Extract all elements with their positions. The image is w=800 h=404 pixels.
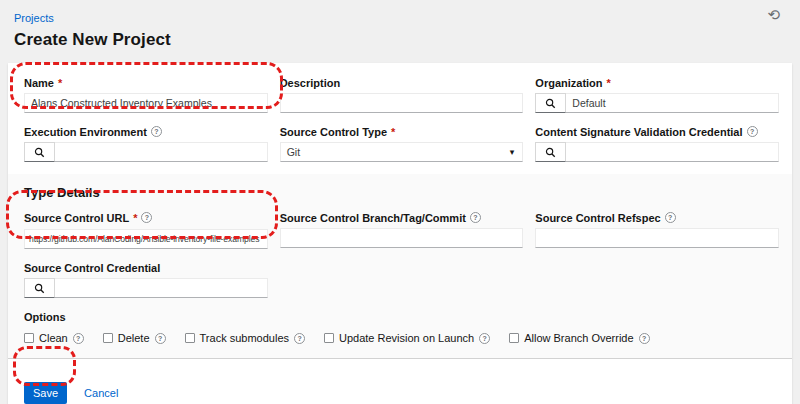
options-heading: Options [24,311,779,323]
source-control-url-label: Source Control URL [24,212,129,224]
options-row: Clean ? Delete ? Track submodules ? [24,332,779,346]
save-button[interactable]: Save [24,382,67,404]
organization-input[interactable] [566,93,779,113]
source-control-credential-input[interactable] [55,278,268,298]
field-source-control-url: Source Control URL * ? [24,211,268,249]
help-icon[interactable]: ? [747,126,758,137]
help-icon[interactable]: ? [155,333,166,344]
clean-checkbox[interactable] [24,333,34,343]
required-marker: * [391,126,395,138]
execution-environment-input[interactable] [55,142,268,162]
search-icon [34,147,45,158]
source-control-credential-lookup [24,278,268,298]
options-block: Options Clean ? Delete ? Track sub [24,311,779,346]
help-icon[interactable]: ? [470,212,481,223]
source-control-credential-label: Source Control Credential [24,262,160,274]
help-icon[interactable]: ? [665,212,676,223]
help-icon[interactable]: ? [479,333,490,344]
field-name: Name * [24,76,268,113]
allow-branch-override-checkbox[interactable] [509,333,519,343]
help-icon[interactable]: ? [141,212,152,223]
search-icon [34,283,45,294]
required-marker: * [607,77,611,89]
execution-environment-search-button[interactable] [24,142,55,162]
update-revision-checkbox[interactable] [324,333,334,343]
breadcrumb: Projects [14,8,786,26]
required-marker: * [58,77,62,89]
content-signature-credential-lookup [535,142,779,162]
execution-environment-label: Execution Environment [24,126,147,138]
cancel-link[interactable]: Cancel [84,387,118,399]
organization-label: Organization [535,77,602,89]
option-delete[interactable]: Delete ? [103,332,166,344]
required-marker: * [133,212,137,224]
track-submodules-label: Track submodules [200,332,289,344]
form-grid-type-details: Source Control URL * ? Source Control Br… [24,211,779,298]
source-control-refspec-label: Source Control Refspec [535,212,660,224]
update-revision-label: Update Revision on Launch [339,332,474,344]
search-icon [545,98,556,109]
allow-branch-override-label: Allow Branch Override [524,332,633,344]
source-control-type-label: Source Control Type [280,126,387,138]
option-track-submodules[interactable]: Track submodules ? [185,332,305,344]
breadcrumb-link-projects[interactable]: Projects [14,12,54,24]
form-actions: Save Cancel [24,359,779,404]
name-label: Name [24,77,54,89]
organization-search-button[interactable] [535,93,566,113]
chevron-down-icon: ▾ [510,146,515,158]
help-icon[interactable]: ? [294,333,305,344]
content-signature-credential-input[interactable] [566,142,779,162]
organization-lookup [535,93,779,113]
field-organization: Organization * [535,76,779,113]
source-control-url-input[interactable] [24,229,268,249]
option-allow-branch-override[interactable]: Allow Branch Override ? [509,332,649,344]
description-label: Description [280,77,341,89]
clean-label: Clean [39,332,68,344]
history-revert-icon[interactable]: ⟲ [767,8,780,23]
source-control-branch-input[interactable] [280,228,524,248]
field-execution-environment: Execution Environment ? [24,125,268,162]
field-source-control-refspec: Source Control Refspec ? [535,211,779,249]
delete-label: Delete [118,332,150,344]
source-control-refspec-input[interactable] [535,228,779,248]
help-icon[interactable]: ? [151,126,162,137]
create-project-page: Projects Create New Project ⟲ Name * Des… [0,0,800,404]
field-content-signature-validation-credential: Content Signature Validation Credential … [535,125,779,162]
form-card: Name * Description Organization * [8,63,792,404]
help-icon[interactable]: ? [639,333,650,344]
content-signature-validation-credential-label: Content Signature Validation Credential [535,126,742,138]
form-grid-top: Name * Description Organization * [24,76,779,162]
field-source-control-credential: Source Control Credential [24,261,268,298]
type-details-section: Type Details Source Control URL * ? Sour… [8,174,792,359]
track-submodules-checkbox[interactable] [185,333,195,343]
content-signature-credential-search-button[interactable] [535,142,566,162]
name-input[interactable] [24,93,268,113]
search-icon [545,147,556,158]
source-control-branch-label: Source Control Branch/Tag/Commit [280,212,466,224]
option-update-revision-on-launch[interactable]: Update Revision on Launch ? [324,332,490,344]
source-control-type-select[interactable]: Git ▾ [280,142,524,162]
help-icon[interactable]: ? [73,333,84,344]
source-control-credential-search-button[interactable] [24,278,55,298]
page-title: Create New Project [14,30,786,50]
source-control-type-value: Git [287,146,300,158]
field-source-control-branch: Source Control Branch/Tag/Commit ? [280,211,524,249]
execution-environment-lookup [24,142,268,162]
field-description: Description [280,76,524,113]
delete-checkbox[interactable] [103,333,113,343]
type-details-heading: Type Details [24,185,779,200]
option-clean[interactable]: Clean ? [24,332,84,344]
description-input[interactable] [280,93,524,113]
field-source-control-type: Source Control Type * Git ▾ [280,125,524,162]
page-header: Projects Create New Project [0,0,800,50]
